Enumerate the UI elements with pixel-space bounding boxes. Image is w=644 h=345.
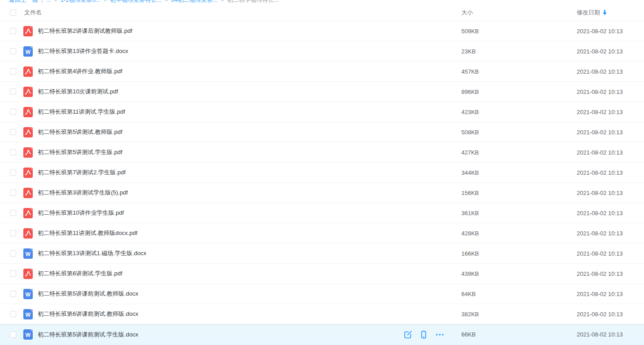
row-checkbox[interactable] [10,109,16,115]
file-name-link[interactable]: 初二特长班第6讲测试.学生版.pdf [38,270,123,278]
file-size: 423KB [461,109,577,115]
file-name-link[interactable]: 初二特长班第5讲测试.教师版.pdf [38,128,123,136]
column-header-size: 大小 [461,9,473,16]
row-checkbox[interactable] [10,149,16,155]
file-size: 439KB [461,270,577,277]
file-size: 427KB [461,149,577,156]
file-size: 344KB [461,169,577,176]
file-name-link[interactable]: 初二特长班第5讲测试.学生版.pdf [38,148,123,156]
table-row[interactable]: W 初二特长班第2讲课后测试教师版.pdf [0,21,644,41]
table-row[interactable]: W 初二特长班第7讲测试2.学生版.pdf [0,163,644,183]
file-size: 361KB [461,210,577,217]
file-name-link[interactable]: 初二特长班第10次课前测试.pdf [38,88,118,96]
file-name-link[interactable]: 初二特长班第11讲测试.学生版.pdf [38,108,125,116]
file-date: 2021-08-02 10:13 [577,109,644,115]
row-checkbox[interactable] [10,190,16,196]
select-all-checkbox[interactable] [10,9,16,16]
file-type-icon: W [23,87,33,97]
table-row[interactable]: W 初二特长班第5讲课前测试.教师版.docx [0,284,644,304]
table-row[interactable]: W 初二特长班第13讲测试1.磁场.学生版.docx [0,243,644,264]
table-row[interactable]: W 初二特长班第3讲测试学生版(5).pdf [0,183,644,203]
file-type-icon: W [23,329,33,340]
breadcrumb-link[interactable]: 1-2物理竞赛3... [61,0,101,3]
row-checkbox[interactable] [10,129,16,135]
svg-text:W: W [26,49,31,55]
file-date: 2021-08-02 10:13 [577,169,644,176]
column-header-filename: 文件名 [24,9,42,17]
column-header-date: 修改日期 [577,9,600,17]
file-size: 23KB [461,48,577,55]
file-size: 508KB [461,129,577,136]
table-row[interactable]: W 初二特长班第4讲作业.教师版.pdf [0,62,644,82]
pdf-icon [23,213,33,220]
file-name-link[interactable]: 初二特长班第10讲作业学生版.pdf [38,209,124,217]
row-checkbox[interactable] [10,169,16,176]
file-name-link[interactable]: 初二特长班第3讲测试学生版(5).pdf [38,189,128,197]
more-ellipsis-icon[interactable] [435,331,444,339]
file-name-link[interactable]: 初二特长班第13讲测试1.磁场.学生版.docx [38,249,146,257]
row-checkbox[interactable] [10,311,16,317]
row-checkbox[interactable] [10,68,16,75]
row-checkbox[interactable] [10,210,16,216]
table-row[interactable]: W 初二特长班第5讲测试.教师版.pdf [0,122,644,142]
file-size: 166KB [461,250,577,257]
table-row[interactable]: W 初二特长班第11讲测试.学生版.pdf [0,102,644,122]
pdf-icon [23,152,33,159]
row-checkbox[interactable] [10,332,16,338]
row-checkbox[interactable] [10,48,16,54]
file-date: 2021-08-02 10:13 [577,68,644,75]
table-row[interactable]: W 初二特长班第6讲课前测试.教师版.docx [0,304,644,324]
file-date: 2021-08-02 10:13 [577,149,644,156]
breadcrumb-back-link[interactable]: 返回上一级 [9,0,38,3]
row-checkbox[interactable] [10,88,16,95]
file-name-link[interactable]: 初二特长班第11讲测试.教师版docx.pdf [38,229,137,237]
row-checkbox[interactable] [10,230,16,236]
phone-icon[interactable] [420,331,428,339]
file-type-icon: W [23,269,33,279]
table-row[interactable]: W 初二特长班第13讲作业答题卡.docx [0,41,644,62]
pdf-icon [23,112,33,119]
breadcrumb-divider: | [41,0,43,3]
file-type-icon: W [23,66,33,77]
row-checkbox[interactable] [10,270,16,277]
file-list: W 初二特长班第2讲课后测试教师版.pdf [0,21,644,345]
file-name-link[interactable]: 初二特长班第13讲作业答题卡.docx [38,47,128,55]
pdf-icon [23,31,33,38]
file-type-icon: W [23,228,33,239]
file-name-link[interactable]: 初二特长班第4讲作业.教师版.pdf [38,67,123,75]
breadcrumb-link[interactable]: 初中物理竞赛特长... [110,0,162,3]
rename-icon[interactable] [404,331,412,339]
row-checkbox[interactable] [10,28,16,34]
sort-arrow-down-icon[interactable] [602,9,607,15]
file-type-icon: W [23,208,33,218]
word-icon: W [23,314,33,321]
pdf-icon [23,193,33,199]
column-header-date-sort[interactable]: 修改日期 [577,9,644,17]
row-checkbox[interactable] [10,291,16,297]
file-date: 2021-08-02 10:13 [577,210,644,217]
file-type-icon: W [23,248,33,259]
file-type-icon: W [23,127,33,137]
file-date: 2021-08-02 10:13 [577,311,644,318]
table-row[interactable]: W 初二特长班第10次课前测试.pdf [0,82,644,102]
file-name-link[interactable]: 初二特长班第6讲课前测试.教师版.docx [38,310,138,318]
table-row[interactable]: W 初二特长班第10讲作业学生版.pdf [0,203,644,223]
breadcrumb-link[interactable]: 84初二物理竞赛... [171,0,218,3]
breadcrumb-current: 初二秋季物理特长... [228,0,279,3]
file-name-link[interactable]: 初二特长班第5讲课前测试.学生版.docx [38,331,138,339]
pdf-icon [23,92,33,98]
file-name-link[interactable]: 初二特长班第5讲课前测试.教师版.docx [38,290,138,298]
pdf-icon [23,172,33,179]
file-name-link[interactable]: 初二特长班第2讲课后测试教师版.pdf [38,27,132,35]
table-row[interactable]: W 初二特长班第11讲测试.教师版docx.pdf [0,223,644,243]
breadcrumb-link[interactable]: ... [46,0,51,3]
file-size: 156KB [461,190,577,196]
file-type-icon: W [23,168,33,178]
table-row[interactable]: W 初二特长班第6讲测试.学生版.pdf [0,264,644,284]
word-icon: W [23,51,33,58]
table-row[interactable]: W 初二特长班第5讲测试.学生版.pdf [0,142,644,163]
file-size: 382KB [461,311,577,318]
row-checkbox[interactable] [10,250,16,257]
file-name-link[interactable]: 初二特长班第7讲测试2.学生版.pdf [38,168,126,177]
table-row[interactable]: W 初二特长班第5讲课前测试.学生版.docx [0,324,644,345]
